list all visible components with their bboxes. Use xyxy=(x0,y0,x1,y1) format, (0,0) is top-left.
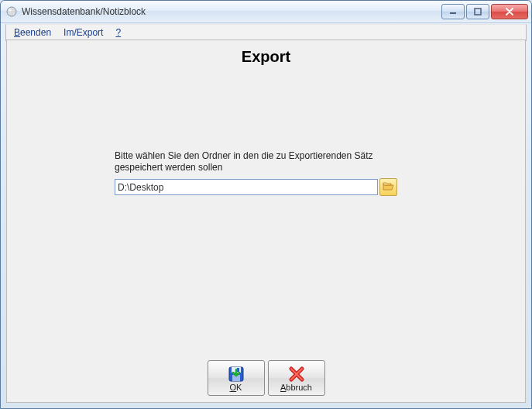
close-button[interactable] xyxy=(491,4,528,19)
save-disk-icon xyxy=(227,365,245,383)
app-window: Wissensdatenbank/Notizblock Beenden Im/E… xyxy=(0,0,532,409)
cancel-x-icon xyxy=(287,365,306,383)
folder-open-icon xyxy=(383,181,394,194)
folder-path-input[interactable] xyxy=(115,179,378,195)
menu-label-rest: eenden xyxy=(20,27,51,38)
maximize-button[interactable] xyxy=(466,4,489,19)
menu-label: Im/Export xyxy=(63,27,103,38)
svg-point-0 xyxy=(7,7,16,16)
window-controls xyxy=(440,4,528,19)
svg-point-1 xyxy=(9,9,12,12)
menu-help[interactable]: ? xyxy=(111,26,125,39)
svg-rect-7 xyxy=(237,368,239,372)
ok-button[interactable]: OK xyxy=(208,360,265,396)
browse-folder-button[interactable] xyxy=(379,178,397,196)
path-row xyxy=(115,178,397,196)
menu-label-underline: B xyxy=(14,27,20,38)
cancel-label: Abbruch xyxy=(280,383,312,392)
menu-beenden[interactable]: Beenden xyxy=(9,26,56,39)
menu-im-export[interactable]: Im/Export xyxy=(59,26,108,39)
svg-rect-2 xyxy=(450,12,456,14)
page-title: Export xyxy=(7,48,525,66)
menu-label: ? xyxy=(115,27,121,38)
minimize-button[interactable] xyxy=(441,4,465,19)
cancel-button[interactable]: Abbruch xyxy=(268,360,325,396)
svg-rect-3 xyxy=(475,9,481,15)
dialog-buttons: OK Abbruch xyxy=(7,360,525,396)
client-area: Export Bitte wählen Sie den Ordner in de… xyxy=(6,40,526,403)
instruction-text: Bitte wählen Sie den Ordner in den die z… xyxy=(115,150,405,174)
menubar: Beenden Im/Export ? xyxy=(5,24,527,41)
app-icon xyxy=(5,5,18,18)
window-title: Wissensdatenbank/Notizblock xyxy=(22,6,440,17)
ok-label: OK xyxy=(230,383,242,392)
titlebar: Wissensdatenbank/Notizblock xyxy=(1,1,531,23)
